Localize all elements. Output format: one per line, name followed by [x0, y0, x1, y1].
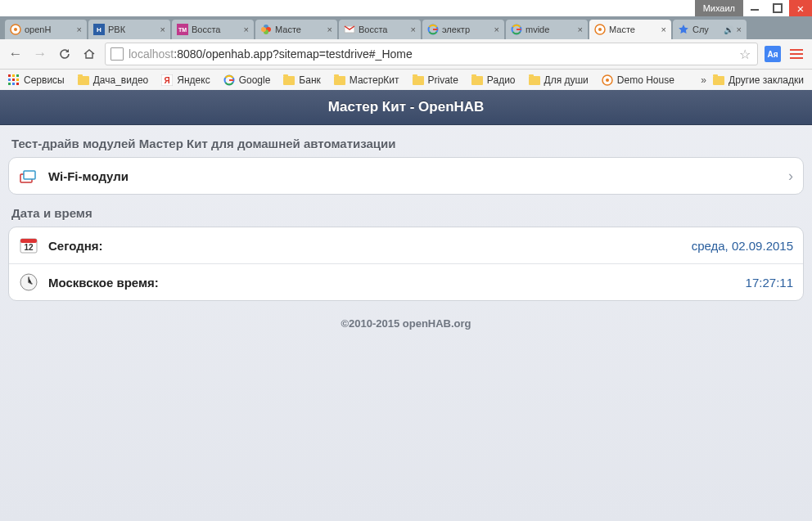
- url-path: :8080/openhab.app?sitemap=testdrive#_Hom…: [174, 47, 412, 61]
- row-value: 17:27:11: [746, 276, 793, 290]
- browser-tab[interactable]: электр×: [422, 20, 504, 39]
- row-moscow-time: Москвское время: 17:27:11: [9, 263, 803, 300]
- folder-icon: [334, 76, 345, 85]
- tab-close-button[interactable]: ×: [661, 25, 666, 34]
- window-minimize-button[interactable]: [743, 0, 766, 16]
- browser-tab[interactable]: openH×: [5, 20, 87, 39]
- row-today: 12 Сегодня: среда, 02.09.2015: [9, 227, 803, 263]
- browser-tab[interactable]: Слу🔊×: [673, 20, 747, 39]
- row-label: Москвское время:: [48, 276, 159, 290]
- browser-tab[interactable]: HРВК×: [88, 20, 170, 39]
- svg-rect-17: [24, 171, 35, 179]
- bookmark-label: Яндекс: [177, 74, 210, 86]
- tab-label: Восста: [359, 25, 408, 34]
- browser-tab-strip: openH×HРВК×TMВосста×Масте×Восста×электр×…: [0, 16, 812, 39]
- browser-menu-button[interactable]: [787, 45, 805, 63]
- bookmarks-overflow-button[interactable]: »: [701, 74, 706, 86]
- apps-button[interactable]: Сервисы: [8, 74, 65, 86]
- other-bookmarks-button[interactable]: Другие закладки: [713, 74, 804, 86]
- tab-close-button[interactable]: ×: [411, 25, 416, 34]
- tab-close-button[interactable]: ×: [737, 25, 742, 34]
- tab-label: Слу: [692, 25, 720, 34]
- calendar-icon: 12: [19, 236, 38, 255]
- row-label: Wi-Fi-модули: [48, 169, 129, 183]
- bookmark-item[interactable]: Google: [223, 74, 271, 86]
- bookmark-label: Радио: [487, 74, 516, 86]
- bookmark-item[interactable]: Радио: [471, 74, 516, 86]
- browser-tab[interactable]: Восста×: [339, 20, 421, 39]
- tab-favicon: [260, 24, 272, 35]
- tab-close-button[interactable]: ×: [160, 25, 165, 34]
- tab-label: mvide: [526, 25, 575, 34]
- browser-tab[interactable]: Масте×: [255, 20, 337, 39]
- folder-icon: [529, 76, 540, 85]
- bookmark-item[interactable]: Дача_видео: [78, 74, 149, 86]
- bookmark-item[interactable]: Для души: [529, 74, 589, 86]
- page-icon: [111, 47, 124, 61]
- tab-label: openH: [25, 25, 74, 34]
- tab-label: электр: [442, 25, 491, 34]
- browser-tab[interactable]: mvide×: [506, 20, 588, 39]
- bookmark-label: МастерКит: [350, 74, 399, 86]
- page-content: Мастер Кит - OpenHAB Тест-драйв модулей …: [0, 90, 812, 521]
- other-bookmarks-label: Другие закладки: [729, 74, 804, 86]
- bookmark-star-button[interactable]: ☆: [739, 47, 751, 62]
- nav-home-button[interactable]: [80, 45, 98, 63]
- section-title-1: Тест-драйв модулей Мастер Кит для домашн…: [11, 137, 801, 150]
- browser-tab[interactable]: TMВосста×: [172, 20, 254, 39]
- folder-icon: [471, 76, 483, 85]
- bookmark-label: Дача_видео: [93, 74, 149, 86]
- tab-audio-icon[interactable]: 🔊: [724, 25, 733, 34]
- reload-icon: [58, 47, 71, 61]
- browser-tab[interactable]: Масте×: [589, 20, 671, 39]
- section-title-2: Дата и время: [11, 206, 801, 220]
- tab-favicon: [344, 24, 355, 35]
- svg-text:12: 12: [24, 243, 34, 252]
- nav-reload-button[interactable]: [56, 45, 74, 63]
- folder-icon: [78, 76, 89, 85]
- home-icon: [83, 47, 96, 61]
- window-close-button[interactable]: ×: [789, 0, 812, 16]
- bookmark-label: Private: [428, 74, 458, 86]
- svg-text:H: H: [97, 26, 102, 34]
- bookmarks-bar: Сервисы Дача_видеоЯЯндексGoogleБанкМасте…: [0, 70, 812, 92]
- browser-toolbar: ← → localhost:8080/openhab.app?sitemap=t…: [0, 39, 812, 70]
- svg-point-10: [598, 28, 602, 31]
- url-input[interactable]: localhost:8080/openhab.app?sitemap=testd…: [105, 43, 758, 65]
- tab-close-button[interactable]: ×: [578, 25, 583, 34]
- apps-icon: [8, 74, 20, 86]
- apps-label: Сервисы: [24, 74, 65, 86]
- svg-point-15: [606, 79, 609, 82]
- tab-favicon: [10, 24, 21, 35]
- svg-text:TM: TM: [178, 27, 187, 33]
- bookmark-item[interactable]: Private: [413, 74, 458, 86]
- page-title: Мастер Кит - OpenHAB: [328, 99, 485, 115]
- tab-close-button[interactable]: ×: [494, 25, 499, 34]
- bookmark-label: Банк: [299, 74, 320, 86]
- bookmark-item[interactable]: Demo House: [602, 74, 674, 86]
- chevron-right-icon: ›: [788, 168, 793, 185]
- bookmark-item[interactable]: ЯЯндекс: [161, 74, 210, 86]
- translate-button[interactable]: Ая: [765, 46, 781, 62]
- tab-label: Масте: [275, 25, 324, 34]
- bookmark-item[interactable]: Банк: [283, 74, 320, 86]
- row-wifi-modules[interactable]: Wi-Fi-модули ›: [9, 158, 803, 194]
- tab-close-button[interactable]: ×: [244, 25, 249, 34]
- tab-favicon: [511, 24, 522, 35]
- window-maximize-button[interactable]: [766, 0, 789, 16]
- tab-label: РВК: [108, 25, 157, 34]
- svg-point-1: [14, 28, 17, 31]
- tab-favicon: TM: [177, 24, 188, 35]
- folder-icon: [713, 76, 724, 85]
- bookmark-item[interactable]: МастерКит: [334, 74, 399, 86]
- folder-icon: [283, 76, 295, 85]
- nav-back-button[interactable]: ←: [7, 45, 25, 63]
- tab-favicon: [427, 24, 439, 35]
- tab-close-button[interactable]: ×: [77, 25, 82, 34]
- tab-close-button[interactable]: ×: [327, 25, 332, 34]
- url-host: localhost: [129, 47, 174, 61]
- os-user-badge[interactable]: Михаил: [695, 0, 743, 16]
- nav-forward-button[interactable]: →: [31, 45, 49, 63]
- tab-label: Масте: [609, 25, 658, 34]
- folder-icon: [413, 76, 424, 85]
